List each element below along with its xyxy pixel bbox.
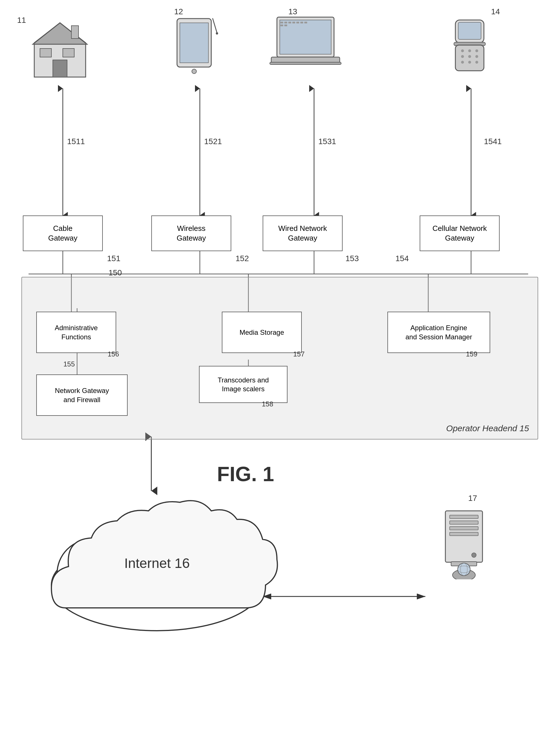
transcoder-label: Transcoders andImage scalers <box>218 375 269 393</box>
ref-1531: 1531 <box>318 137 336 146</box>
svg-rect-45 <box>458 22 481 39</box>
svg-rect-41 <box>284 24 287 26</box>
svg-rect-69 <box>450 515 478 518</box>
phone-icon <box>440 17 500 80</box>
wired-gateway-box: Wired NetworkGateway <box>263 216 342 251</box>
svg-rect-34 <box>284 22 287 23</box>
server-icon <box>437 505 494 579</box>
laptop-device <box>268 14 342 78</box>
svg-rect-25 <box>71 26 79 38</box>
svg-line-29 <box>213 18 217 33</box>
svg-point-50 <box>475 50 478 52</box>
svg-rect-37 <box>296 22 299 23</box>
ref-150: 150 <box>108 268 122 277</box>
tablet-device <box>168 16 220 82</box>
cable-gateway-label: CableGateway <box>48 224 78 243</box>
ref-14: 14 <box>491 7 500 16</box>
svg-point-56 <box>475 61 478 64</box>
media-storage-box: Media Storage <box>222 312 302 353</box>
ref-152: 152 <box>236 254 249 263</box>
house-icon <box>31 20 88 83</box>
ref-155: 155 <box>63 360 75 368</box>
svg-rect-36 <box>292 22 295 23</box>
cellular-gateway-box: Cellular NetworkGateway <box>420 216 500 251</box>
svg-point-52 <box>468 55 471 58</box>
cable-gateway-box: CableGateway <box>23 216 103 251</box>
network-gw-firewall-label: Network Gatewayand Firewall <box>55 386 109 404</box>
svg-rect-40 <box>281 24 283 26</box>
admin-functions-box: AdministrativeFunctions <box>36 312 116 353</box>
ref-11: 11 <box>17 16 26 25</box>
svg-point-73 <box>472 553 476 557</box>
svg-rect-22 <box>53 60 67 77</box>
transcoder-box: Transcoders andImage scalers <box>199 366 288 403</box>
wired-gateway-label: Wired NetworkGateway <box>279 224 327 243</box>
ref-17: 17 <box>468 494 477 503</box>
app-engine-box: Application Engineand Session Manager <box>387 312 490 353</box>
svg-rect-24 <box>40 49 52 57</box>
svg-rect-32 <box>280 20 331 54</box>
svg-point-30 <box>216 32 218 34</box>
svg-rect-39 <box>304 22 307 23</box>
ref-1521: 1521 <box>204 137 222 146</box>
ref-157: 157 <box>293 350 305 358</box>
media-storage-label: Media Storage <box>240 328 284 337</box>
laptop-icon <box>268 14 342 77</box>
svg-rect-71 <box>450 526 478 530</box>
ref-154: 154 <box>395 254 409 263</box>
svg-rect-43 <box>270 62 341 65</box>
phone-device <box>440 17 500 81</box>
ref-158: 158 <box>262 400 273 408</box>
svg-point-53 <box>475 55 478 58</box>
wireless-gateway-box: WirelessGateway <box>151 216 231 251</box>
cloud-svg: Internet 16 <box>28 494 286 637</box>
svg-point-28 <box>192 69 196 74</box>
network-gw-firewall-box: Network Gatewayand Firewall <box>36 374 128 416</box>
svg-rect-72 <box>450 532 478 536</box>
ref-159: 159 <box>466 350 477 358</box>
svg-rect-33 <box>281 22 283 23</box>
svg-point-48 <box>461 50 464 52</box>
ref-151: 151 <box>107 254 121 263</box>
headend-label: Operator Headend 15 <box>446 424 529 433</box>
admin-functions-label: AdministrativeFunctions <box>55 323 98 341</box>
svg-marker-21 <box>33 23 87 44</box>
svg-point-54 <box>461 61 464 64</box>
svg-rect-38 <box>300 22 303 23</box>
headend-container: Operator Headend 15 AdministrativeFuncti… <box>21 277 538 439</box>
ref-1511: 1511 <box>67 137 85 146</box>
diagram-container: 11 1511 12 <box>0 0 553 756</box>
svg-rect-23 <box>63 49 74 57</box>
ref-12: 12 <box>174 7 183 16</box>
cellular-gateway-label: Cellular NetworkGateway <box>432 224 487 243</box>
server-device <box>437 505 494 581</box>
svg-point-76 <box>458 563 470 576</box>
svg-text:Internet 16: Internet 16 <box>124 556 190 571</box>
svg-rect-70 <box>450 521 478 524</box>
internet-cloud: Internet 16 <box>28 494 286 638</box>
svg-point-55 <box>468 61 471 64</box>
fig-label: FIG. 1 <box>217 462 274 486</box>
svg-rect-35 <box>288 22 291 23</box>
app-engine-label: Application Engineand Session Manager <box>405 323 472 341</box>
tablet-icon <box>168 16 220 81</box>
wireless-gateway-label: WirelessGateway <box>177 224 206 243</box>
ref-156: 156 <box>108 350 119 358</box>
ref-1541: 1541 <box>484 137 501 146</box>
svg-rect-27 <box>180 23 209 63</box>
ref-153: 153 <box>345 254 359 263</box>
house-device <box>31 20 88 84</box>
svg-point-51 <box>461 55 464 58</box>
svg-point-49 <box>468 50 471 52</box>
